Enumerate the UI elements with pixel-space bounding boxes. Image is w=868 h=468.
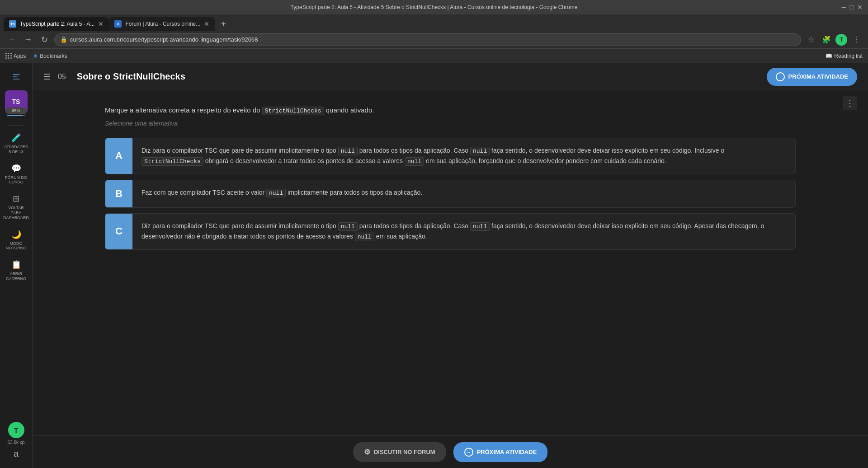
browser-title: TypeScript parte 2: Aula 5 - Atividade 5… — [291, 4, 578, 10]
tab-typescript[interactable]: TS TypeScript parte 2: Aula 5 - A... ✕ — [4, 17, 109, 31]
forum-button-label: DISCUTIR NO FORUM — [374, 449, 435, 455]
sidebar-item-forum[interactable]: 💬 FÓRUM DOCURSO — [2, 160, 31, 189]
tab-close-forum[interactable]: ✕ — [204, 20, 209, 28]
reading-list-label: Reading list — [834, 53, 863, 59]
tab-label-forum: Fórum | Alura - Cursos online... — [125, 21, 200, 27]
toolbar-actions: ☆ 🧩 T ⋮ — [805, 33, 863, 46]
sidebar-item-caderno[interactable]: 📋 ABRIRCADERNO — [2, 256, 31, 285]
tab-forum[interactable]: A Fórum | Alura - Cursos online... ✕ — [109, 17, 215, 31]
answer-option-a[interactable]: A Diz para o compilador TSC que pare de … — [105, 138, 796, 174]
browser-toolbar: ← → ↻ 🔒 cursos.alura.com.br/course/types… — [0, 31, 868, 49]
back-button[interactable]: ← — [5, 33, 18, 46]
browser-titlebar: TypeScript parte 2: Aula 5 - Atividade 5… — [0, 0, 868, 14]
sidebar: TS 85% 🧪 ATIVIDADES5 de 13 💬 FÓRUM DOCUR… — [0, 63, 33, 468]
moon-icon: 🌙 — [11, 229, 21, 239]
apps-label: Apps — [14, 53, 26, 59]
sidebar-collapse-button[interactable] — [7, 69, 25, 85]
answer-content-a: Diz para o compilador TSC que pare de as… — [132, 138, 795, 174]
next-circle-icon: → — [464, 448, 473, 457]
next-activity-footer-button[interactable]: → PRÓXIMA ATIVIDADE — [453, 442, 547, 462]
caderno-icon: 📋 — [11, 260, 21, 270]
answer-option-b[interactable]: B Faz com que compilador TSC aceite o va… — [105, 180, 796, 208]
question-suffix: quando ativado. — [326, 106, 374, 114]
course-badge[interactable]: TS 85% — [5, 90, 28, 113]
forward-button[interactable]: → — [22, 33, 34, 46]
app-container: TS 85% 🧪 ATIVIDADES5 de 13 💬 FÓRUM DOCUR… — [0, 63, 868, 468]
apps-grid-icon — [5, 53, 12, 59]
sidebar-divider-1 — [7, 125, 25, 126]
new-tab-button[interactable]: + — [217, 17, 230, 31]
bookmarks-bar: Apps ★ Bookmarks 📖 Reading list — [0, 49, 868, 63]
menu-icon[interactable]: ⋮ — [850, 33, 863, 46]
course-badge-text: TS — [12, 98, 20, 105]
dashboard-label: VOLTARPARADASHBOARD — [3, 206, 29, 220]
font-button[interactable]: a — [14, 449, 19, 459]
header-title: Sobre o StrictNullChecks — [77, 71, 760, 82]
sidebar-item-dashboard[interactable]: ⊞ VOLTARPARADASHBOARD — [2, 190, 31, 224]
address-bar[interactable]: 🔒 cursos.alura.com.br/course/typescript-… — [54, 33, 801, 46]
reading-list-icon: 📖 — [826, 53, 832, 59]
next-activity-header-label: PRÓXIMA ATIVIDADE — [788, 73, 848, 80]
bookmark-star-icon: ★ — [33, 53, 38, 59]
code-null-a1: null — [338, 147, 358, 155]
caderno-label: ABRIRCADERNO — [6, 271, 26, 281]
tab-close-typescript[interactable]: ✕ — [98, 20, 104, 28]
code-strictnullchecks-a: StrictNullChecks — [142, 157, 203, 166]
answer-letter-b: B — [105, 180, 132, 207]
sidebar-item-modo-noturno[interactable]: 🌙 MODONOTURNO — [2, 226, 31, 255]
extensions-icon[interactable]: 🧩 — [820, 33, 833, 46]
sidebar-item-atividades[interactable]: 🧪 ATIVIDADES5 de 13 — [2, 129, 31, 158]
code-null-c1: null — [338, 222, 358, 231]
browser-tabs-bar: TS TypeScript parte 2: Aula 5 - A... ✕ A… — [0, 14, 868, 31]
forum-label: FÓRUM DOCURSO — [5, 175, 27, 185]
bookmarks-item[interactable]: ★ Bookmarks — [31, 52, 69, 60]
answer-content-c: Diz para o compilador TSC que pare de as… — [132, 214, 795, 249]
modo-noturno-label: MODONOTURNO — [6, 241, 27, 251]
progress-bar-fill — [7, 115, 23, 116]
tab-label-typescript: TypeScript parte 2: Aula 5 - A... — [20, 21, 94, 27]
main-content: ⋮ Marque a alternativa correta a respeit… — [33, 90, 868, 435]
minimize-icon[interactable]: ─ — [842, 4, 846, 11]
bookmark-star-icon[interactable]: ☆ — [805, 33, 817, 46]
forum-icon: 💬 — [11, 164, 21, 173]
answer-option-c[interactable]: C Diz para o compilador TSC que pare de … — [105, 213, 796, 250]
content-options-button[interactable]: ⋮ — [843, 96, 857, 110]
apps-button[interactable]: Apps — [5, 53, 26, 59]
next-icon: → — [776, 72, 785, 81]
browser-frame: TypeScript parte 2: Aula 5 - Atividade 5… — [0, 0, 868, 63]
address-text: cursos.alura.com.br/course/typescript-av… — [70, 36, 258, 43]
reading-list-button[interactable]: 📖 Reading list — [826, 53, 863, 59]
main-content-wrapper: ☰ 05 Sobre o StrictNullChecks → PRÓXIMA … — [33, 63, 868, 468]
question-prefix: Marque a alternativa correta a respeito … — [105, 106, 260, 114]
answer-letter-c: C — [105, 214, 132, 249]
code-null-a3: null — [405, 157, 424, 166]
maximize-icon[interactable]: □ — [850, 4, 854, 11]
profile-button[interactable]: T — [835, 34, 847, 46]
answer-content-b: Faz com que compilador TSC aceite o valo… — [132, 180, 431, 207]
code-null-a2: null — [470, 147, 490, 155]
atividades-label: ATIVIDADES5 de 13 — [4, 145, 28, 154]
content-footer: ⚙ DISCUTIR NO FORUM → PRÓXIMA ATIVIDADE — [33, 435, 868, 468]
tab-favicon-typescript: TS — [9, 20, 16, 28]
question-code: StrictNullChecks — [262, 107, 324, 115]
content-header: ☰ 05 Sobre o StrictNullChecks → PRÓXIMA … — [33, 63, 868, 90]
select-placeholder: Selecione uma alternativa — [105, 120, 796, 127]
code-null-b: null — [266, 189, 286, 197]
user-avatar[interactable]: T — [8, 422, 24, 438]
atividades-icon: 🧪 — [11, 133, 21, 143]
user-xp: 63.0k xp — [8, 440, 25, 445]
header-step-number: 05 — [58, 73, 66, 81]
menu-icon — [12, 72, 21, 81]
bookmarks-label: Bookmarks — [40, 53, 67, 59]
header-menu-icon[interactable]: ☰ — [43, 72, 51, 82]
next-activity-header-button[interactable]: → PRÓXIMA ATIVIDADE — [767, 68, 857, 86]
dashboard-icon: ⊞ — [13, 194, 19, 204]
reload-button[interactable]: ↻ — [38, 33, 51, 46]
forum-button[interactable]: ⚙ DISCUTIR NO FORUM — [353, 442, 446, 462]
next-activity-footer-label: PRÓXIMA ATIVIDADE — [477, 449, 537, 455]
close-icon[interactable]: ✕ — [857, 4, 863, 11]
course-progress-label: 85% — [6, 108, 26, 114]
answer-letter-a: A — [105, 138, 132, 174]
tab-favicon-forum: A — [114, 20, 122, 28]
code-null-c2: null — [470, 222, 490, 231]
